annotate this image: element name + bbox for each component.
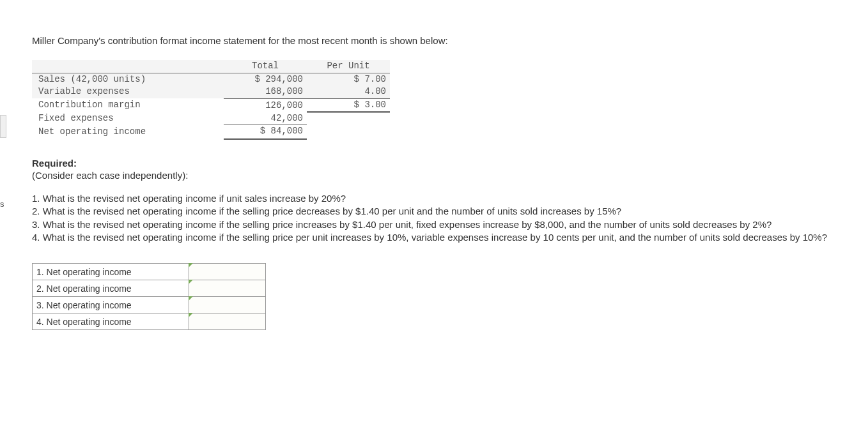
answer-cell-4[interactable] [189, 313, 266, 330]
table-row: Net operating income $ 84,000 [32, 125, 390, 139]
answer-label: 3. Net operating income [33, 297, 189, 313]
row-total: 126,000 [224, 98, 307, 112]
header-blank [32, 60, 224, 73]
row-per-unit: 4.00 [307, 86, 390, 98]
income-statement-table: Total Per Unit Sales (42,000 units) $ 29… [32, 60, 390, 140]
table-row: Fixed expenses 42,000 [32, 112, 390, 125]
left-tab-1 [0, 115, 6, 138]
row-total: 168,000 [224, 86, 307, 98]
question-3: 3. What is the revised net operating inc… [32, 218, 836, 231]
answer-input-2[interactable] [193, 282, 261, 294]
answer-input-4[interactable] [193, 315, 261, 328]
question-4: 4. What is the revised net operating inc… [32, 231, 836, 244]
row-total: $ 84,000 [224, 125, 307, 139]
answer-input-1[interactable] [193, 266, 261, 278]
answer-input-3[interactable] [193, 299, 261, 311]
answer-cell-1[interactable] [189, 264, 266, 280]
answer-row: 4. Net operating income [33, 313, 266, 330]
question-1: 1. What is the revised net operating inc… [32, 192, 836, 205]
question-2: 2. What is the revised net operating inc… [32, 205, 836, 218]
left-tab-char: s [0, 199, 4, 209]
required-subnote: (Consider each case independently): [32, 170, 836, 181]
header-total: Total [224, 60, 307, 73]
answer-label: 4. Net operating income [33, 313, 189, 330]
table-row: Variable expenses 168,000 4.00 [32, 86, 390, 98]
answer-cell-3[interactable] [189, 297, 266, 313]
row-label: Variable expenses [32, 86, 224, 98]
answer-row: 1. Net operating income [33, 264, 266, 280]
table-row: Sales (42,000 units) $ 294,000 $ 7.00 [32, 73, 390, 86]
required-header: Required: [32, 158, 836, 169]
answer-table: 1. Net operating income 2. Net operating… [32, 263, 266, 330]
answer-label: 1. Net operating income [33, 264, 189, 280]
table-row: Contribution margin 126,000 $ 3.00 [32, 98, 390, 112]
answer-row: 3. Net operating income [33, 297, 266, 313]
problem-intro: Miller Company's contribution format inc… [32, 35, 836, 46]
answer-label: 2. Net operating income [33, 280, 189, 297]
row-label: Fixed expenses [32, 112, 224, 125]
row-total: 42,000 [224, 112, 307, 125]
answer-cell-2[interactable] [189, 280, 266, 297]
row-total: $ 294,000 [224, 73, 307, 86]
answer-row: 2. Net operating income [33, 280, 266, 297]
row-label: Contribution margin [32, 98, 224, 112]
row-per-unit [307, 112, 390, 125]
header-per-unit: Per Unit [307, 60, 390, 73]
row-label: Sales (42,000 units) [32, 73, 224, 86]
question-list: 1. What is the revised net operating inc… [32, 192, 836, 244]
row-per-unit [307, 125, 390, 139]
row-per-unit: $ 7.00 [307, 73, 390, 86]
row-per-unit: $ 3.00 [307, 98, 390, 112]
row-label: Net operating income [32, 125, 224, 139]
